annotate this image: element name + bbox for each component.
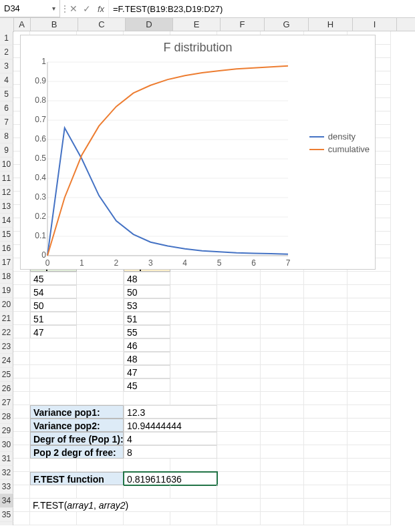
cell[interactable] xyxy=(217,365,261,378)
cell[interactable] xyxy=(13,365,30,378)
col-header[interactable]: C xyxy=(78,18,126,31)
cell[interactable] xyxy=(261,378,304,392)
cell[interactable] xyxy=(261,325,304,338)
cell[interactable] xyxy=(124,459,170,472)
cell[interactable] xyxy=(217,445,261,459)
cell[interactable] xyxy=(261,432,304,445)
row-header[interactable]: 21 xyxy=(0,312,13,326)
cell[interactable] xyxy=(13,338,30,352)
cell[interactable] xyxy=(170,512,217,525)
row-header[interactable]: 14 xyxy=(0,214,13,228)
cell[interactable] xyxy=(217,272,261,285)
col-header[interactable]: E xyxy=(173,18,221,31)
cell[interactable]: 50 xyxy=(124,285,170,298)
cell[interactable] xyxy=(170,378,217,392)
row-header[interactable]: 25 xyxy=(0,368,13,382)
cell[interactable]: Variance pop1: xyxy=(30,405,124,419)
cell[interactable] xyxy=(261,338,304,352)
cell[interactable] xyxy=(30,392,77,405)
cell[interactable] xyxy=(77,365,124,378)
cell[interactable] xyxy=(77,378,124,392)
cell[interactable] xyxy=(217,378,261,392)
cell[interactable]: 51 xyxy=(124,312,170,325)
cell[interactable] xyxy=(261,272,304,285)
cell[interactable]: 48 xyxy=(124,352,170,365)
cell[interactable] xyxy=(13,352,30,365)
cell[interactable] xyxy=(217,392,261,405)
cell[interactable] xyxy=(304,419,348,432)
row-header[interactable]: 9 xyxy=(0,144,13,158)
cell[interactable] xyxy=(13,405,30,419)
cell[interactable] xyxy=(13,459,30,472)
cell[interactable] xyxy=(170,365,217,378)
cell[interactable] xyxy=(30,459,77,472)
row-header[interactable]: 34 xyxy=(0,494,13,508)
cell[interactable] xyxy=(304,298,348,312)
cell[interactable] xyxy=(13,325,30,338)
cell[interactable] xyxy=(170,352,217,365)
cell[interactable] xyxy=(13,485,30,499)
cell[interactable] xyxy=(348,419,391,432)
cell[interactable] xyxy=(348,485,391,499)
cell[interactable] xyxy=(217,285,261,298)
cell[interactable] xyxy=(348,459,391,472)
cell[interactable] xyxy=(217,405,261,419)
cell[interactable]: 53 xyxy=(124,298,170,312)
row-header[interactable]: 15 xyxy=(0,228,13,242)
row-header[interactable]: 33 xyxy=(0,480,13,494)
cell[interactable] xyxy=(124,512,170,525)
row-header[interactable]: 2 xyxy=(0,45,13,59)
cell[interactable] xyxy=(304,312,348,325)
cell[interactable] xyxy=(348,405,391,419)
cell[interactable] xyxy=(77,512,124,525)
cell[interactable] xyxy=(217,485,261,499)
col-header[interactable]: D xyxy=(126,18,173,31)
cell[interactable]: 0.819611636 xyxy=(124,472,217,485)
row-header[interactable]: 17 xyxy=(0,256,13,270)
cell[interactable] xyxy=(217,352,261,365)
cell[interactable] xyxy=(304,285,348,298)
cell[interactable] xyxy=(77,352,124,365)
name-box[interactable]: D34 ▾ xyxy=(0,0,60,17)
cell[interactable] xyxy=(304,499,348,512)
cell[interactable] xyxy=(304,512,348,525)
cell[interactable] xyxy=(348,298,391,312)
row-header[interactable]: 5 xyxy=(0,87,13,101)
cell[interactable] xyxy=(261,405,304,419)
cell[interactable] xyxy=(77,272,124,285)
row-header[interactable]: 29 xyxy=(0,424,13,438)
row-header[interactable]: 18 xyxy=(0,270,13,284)
cell[interactable] xyxy=(77,392,124,405)
cell[interactable] xyxy=(304,378,348,392)
accept-icon[interactable]: ✓ xyxy=(80,3,94,14)
cell[interactable] xyxy=(348,325,391,338)
cell[interactable] xyxy=(217,419,261,432)
row-header[interactable]: 27 xyxy=(0,396,13,410)
cell[interactable] xyxy=(261,392,304,405)
cell[interactable] xyxy=(77,485,124,499)
cell[interactable] xyxy=(304,459,348,472)
row-header[interactable]: 26 xyxy=(0,382,13,396)
cell[interactable]: 55 xyxy=(124,325,170,338)
cell[interactable]: 45 xyxy=(124,378,170,392)
row-header[interactable]: 31 xyxy=(0,452,13,466)
cell[interactable] xyxy=(261,419,304,432)
cell[interactable] xyxy=(170,459,217,472)
cell[interactable] xyxy=(304,272,348,285)
cell[interactable] xyxy=(304,405,348,419)
cell[interactable] xyxy=(261,352,304,365)
cell[interactable] xyxy=(261,298,304,312)
cell[interactable]: Variance pop2: xyxy=(30,419,124,432)
row-header[interactable]: 23 xyxy=(0,340,13,354)
cell[interactable] xyxy=(261,459,304,472)
cell[interactable] xyxy=(77,312,124,325)
cell[interactable] xyxy=(77,285,124,298)
cell[interactable]: 48 xyxy=(124,272,170,285)
cell[interactable] xyxy=(170,325,217,338)
row-header[interactable]: 7 xyxy=(0,115,13,129)
cell[interactable]: 12.3 xyxy=(124,405,217,419)
cell[interactable] xyxy=(30,365,77,378)
cell[interactable] xyxy=(124,392,170,405)
cell[interactable] xyxy=(304,485,348,499)
cell[interactable] xyxy=(348,512,391,525)
